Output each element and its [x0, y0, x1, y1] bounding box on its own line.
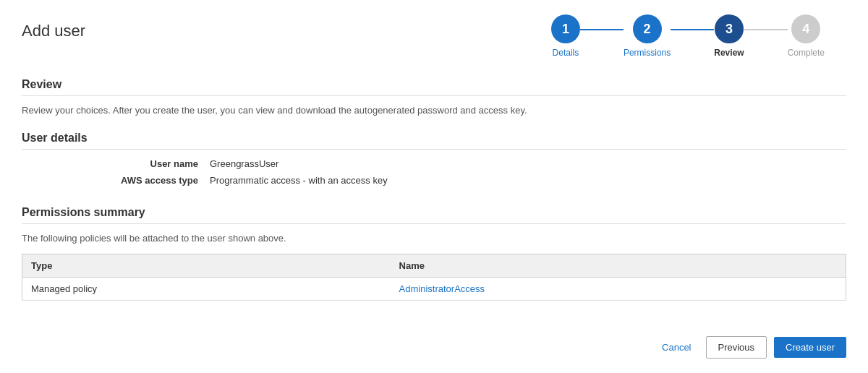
table-header-row: Type Name	[22, 254, 846, 278]
previous-button[interactable]: Previous	[706, 336, 767, 359]
stepper: 1 Details 2 Permissions 3 Review	[551, 14, 825, 58]
details-label-access-type: AWS access type	[94, 175, 210, 186]
cancel-button[interactable]: Cancel	[655, 338, 698, 357]
cell-type: Managed policy	[22, 278, 391, 301]
details-label-username: User name	[94, 158, 210, 169]
step-label-complete: Complete	[788, 48, 825, 58]
user-details-section: User details User name GreengrassUser AW…	[22, 126, 846, 186]
review-description: Review your choices. After you create th…	[22, 105, 846, 116]
details-row-username: User name GreengrassUser	[94, 158, 846, 169]
details-value-access-type: Programmatic access - with an access key	[210, 175, 388, 186]
step-circle-permissions: 2	[633, 14, 662, 43]
step-circle-review: 3	[715, 14, 744, 43]
review-section: Review Review your choices. After you cr…	[22, 72, 846, 116]
permissions-table: Type Name Managed policy AdministratorAc…	[22, 254, 846, 301]
step-label-review: Review	[714, 48, 744, 58]
step-permissions: 2 Permissions	[624, 14, 671, 58]
permissions-summary-description: The following policies will be attached …	[22, 233, 846, 244]
details-value-username: GreengrassUser	[210, 158, 278, 169]
connector-2-3	[671, 29, 714, 30]
page-title: Add user	[22, 22, 85, 40]
user-details-title: User details	[22, 126, 846, 145]
column-header-name: Name	[391, 254, 846, 278]
column-header-type: Type	[22, 254, 391, 278]
cell-name: AdministratorAccess	[391, 278, 846, 301]
details-table: User name GreengrassUser AWS access type…	[94, 158, 846, 186]
permissions-summary-divider	[22, 223, 846, 224]
permissions-summary-title: Permissions summary	[22, 200, 846, 219]
header-row: Add user 1 Details 2 Permissions	[22, 14, 846, 58]
step-circle-complete: 4	[791, 14, 820, 43]
step-label-details: Details	[553, 48, 579, 58]
footer: Cancel Previous Create user	[655, 336, 846, 359]
administrator-access-link[interactable]: AdministratorAccess	[399, 283, 485, 294]
connector-1-2	[580, 29, 624, 30]
step-circle-details: 1	[551, 14, 580, 43]
permissions-summary-section: Permissions summary The following polici…	[22, 200, 846, 301]
review-divider	[22, 95, 846, 96]
table-row: Managed policy AdministratorAccess	[22, 278, 846, 301]
step-details: 1 Details	[551, 14, 580, 58]
connector-3-4	[744, 29, 788, 30]
details-row-access-type: AWS access type Programmatic access - wi…	[94, 175, 846, 186]
step-review: 3 Review	[714, 14, 744, 58]
review-title: Review	[22, 72, 846, 91]
user-details-divider	[22, 149, 846, 150]
create-user-button[interactable]: Create user	[774, 337, 846, 358]
step-label-permissions: Permissions	[624, 48, 671, 58]
step-complete: 4 Complete	[788, 14, 825, 58]
page-wrapper: Add user 1 Details 2 Permissions	[0, 0, 868, 373]
